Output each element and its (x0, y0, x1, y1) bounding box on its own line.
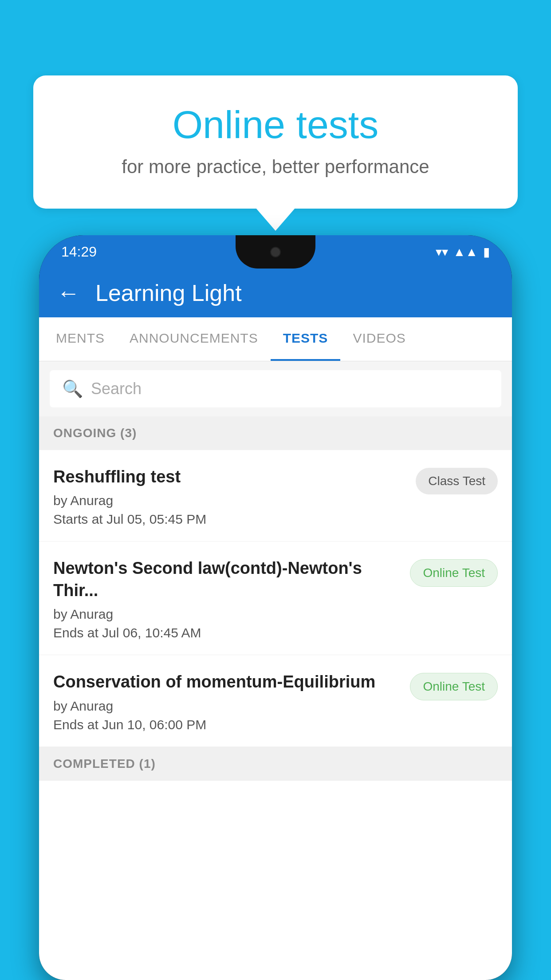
bubble-subtitle: for more practice, better performance (69, 156, 482, 178)
app-title: Learning Light (95, 280, 242, 306)
test-info: Newton's Second law(contd)-Newton's Thir… (53, 557, 401, 640)
ongoing-section-header: ONGOING (3) (39, 416, 512, 450)
test-item[interactable]: Reshuffling test by Anurag Starts at Jul… (39, 450, 512, 541)
test-item[interactable]: Conservation of momentum-Equilibrium by … (39, 655, 512, 747)
status-time: 14:29 (61, 244, 97, 260)
app-bar: ← Learning Light (39, 269, 512, 317)
test-title: Conservation of momentum-Equilibrium (53, 671, 401, 693)
tab-ments[interactable]: MENTS (43, 317, 117, 361)
phone-notch (236, 235, 315, 269)
test-time: Ends at Jul 06, 10:45 AM (53, 625, 401, 640)
test-title: Newton's Second law(contd)-Newton's Thir… (53, 557, 401, 601)
wifi-icon: ▾▾ (436, 245, 448, 259)
camera (270, 247, 281, 257)
tab-bar: MENTS ANNOUNCEMENTS TESTS VIDEOS (39, 317, 512, 361)
battery-icon: ▮ (483, 245, 490, 259)
phone-content: MENTS ANNOUNCEMENTS TESTS VIDEOS 🔍 Searc… (39, 317, 512, 980)
status-badge: Online Test (410, 559, 498, 587)
test-title: Reshuffling test (53, 466, 407, 488)
promo-bubble: Online tests for more practice, better p… (33, 75, 518, 209)
status-icons: ▾▾ ▲▲ ▮ (436, 245, 490, 259)
test-author: by Anurag (53, 607, 401, 622)
back-button[interactable]: ← (57, 280, 80, 306)
test-time: Ends at Jun 10, 06:00 PM (53, 717, 401, 732)
test-info: Conservation of momentum-Equilibrium by … (53, 671, 401, 732)
signal-icon: ▲▲ (453, 245, 478, 259)
search-container: 🔍 Search (39, 361, 512, 416)
phone-frame: 14:29 ▾▾ ▲▲ ▮ ← Learning Light MENTS ANN… (39, 235, 512, 980)
tab-videos[interactable]: VIDEOS (340, 317, 418, 361)
completed-section-header: COMPLETED (1) (39, 747, 512, 781)
status-badge: Online Test (410, 673, 498, 700)
tab-announcements[interactable]: ANNOUNCEMENTS (117, 317, 271, 361)
test-time: Starts at Jul 05, 05:45 PM (53, 512, 407, 527)
bubble-title: Online tests (69, 102, 482, 147)
status-bar: 14:29 ▾▾ ▲▲ ▮ (39, 235, 512, 269)
search-input[interactable]: Search (91, 379, 142, 398)
test-item[interactable]: Newton's Second law(contd)-Newton's Thir… (39, 541, 512, 655)
search-icon: 🔍 (62, 379, 83, 399)
status-badge: Class Test (416, 468, 498, 494)
search-bar[interactable]: 🔍 Search (50, 370, 501, 407)
test-author: by Anurag (53, 493, 407, 508)
tab-tests[interactable]: TESTS (271, 317, 341, 361)
test-author: by Anurag (53, 699, 401, 714)
test-info: Reshuffling test by Anurag Starts at Jul… (53, 466, 407, 527)
